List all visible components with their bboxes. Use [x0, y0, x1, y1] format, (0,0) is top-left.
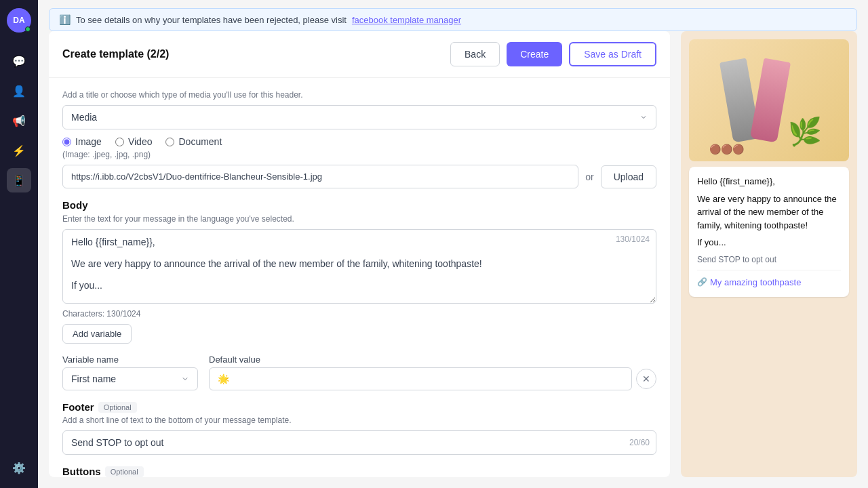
footer-optional-badge: Optional — [98, 402, 137, 413]
form-panel: Create template (2/2) Back Create Save a… — [49, 31, 670, 477]
save-draft-button[interactable]: Save as Draft — [569, 42, 656, 66]
avatar[interactable]: DA — [7, 8, 31, 33]
sidebar-item-campaigns[interactable]: 📢 — [7, 108, 31, 133]
video-radio-label[interactable]: Video — [115, 136, 153, 147]
content-wrapper: Create template (2/2) Back Create Save a… — [38, 31, 868, 488]
variable-name-select[interactable]: First name — [62, 367, 198, 390]
footer-header: Footer Optional — [62, 401, 656, 413]
leaves-decoration: 🌿 — [788, 116, 822, 148]
sidebar-item-whatsapp[interactable]: 📱 — [7, 168, 31, 192]
buttons-label: Buttons — [62, 466, 101, 477]
sidebar-item-contacts[interactable]: 👤 — [7, 79, 31, 103]
facebook-link[interactable]: facebook template manager — [352, 15, 461, 25]
buttons-section: Buttons Optional Create up to 2 buttons … — [62, 466, 656, 477]
body-textarea[interactable]: Hello {{first_name}}, We are very happy … — [62, 229, 656, 304]
preview-link-text: My amazing toothpaste — [710, 276, 801, 289]
preview-cta-link[interactable]: 🔗 My amazing toothpaste — [697, 270, 841, 289]
form-content: Add a title or choose which type of medi… — [49, 78, 670, 477]
clear-button[interactable]: ✕ — [636, 369, 656, 389]
berries-decoration: 🟤🟤🟤 — [709, 144, 744, 155]
image-format-hint: (Image: .jpeg, .jpg, .png) — [62, 150, 656, 159]
add-variable-button[interactable]: Add variable — [62, 324, 132, 344]
media-type-radio-group: Image Video Document — [62, 136, 656, 147]
default-value-col: Default value ✕ — [209, 354, 656, 390]
preview-greeting: Hello {{first_name}}, — [697, 175, 841, 188]
buttons-header: Buttons Optional — [62, 466, 656, 477]
footer-label: Footer — [62, 401, 94, 413]
sidebar-item-chat[interactable]: 💬 — [7, 49, 31, 73]
variable-name-col: Variable name First name — [62, 354, 198, 390]
footer-hint: Add a short line of text to the bottom o… — [62, 415, 656, 425]
document-radio-label[interactable]: Document — [165, 136, 222, 147]
preview-product-image: 🌿 🟤🟤🟤 — [689, 39, 849, 161]
variable-section: Variable name First name Default value ✕ — [62, 354, 656, 390]
media-type-select[interactable]: Media — [62, 105, 656, 129]
sidebar: DA 💬 👤 📢 ⚡ 📱 ⚙️ — [0, 0, 38, 488]
image-radio-label[interactable]: Image — [62, 136, 102, 147]
preview-content: 🌿 🟤🟤🟤 Hello {{first_name}}, We are very … — [681, 31, 857, 477]
url-row: or Upload — [62, 165, 656, 188]
default-value-input[interactable] — [209, 367, 632, 390]
default-value-row: ✕ — [209, 367, 656, 390]
back-button[interactable]: Back — [450, 42, 500, 66]
footer-input-wrapper: 20/60 — [62, 430, 656, 455]
body-label: Body — [62, 199, 88, 211]
preview-bubble: Hello {{first_name}}, We are very happy … — [689, 167, 849, 297]
media-select-wrapper: Media — [62, 105, 656, 129]
body-textarea-wrapper: Hello {{first_name}}, We are very happy … — [62, 229, 656, 306]
body-section: Body Enter the text for your message in … — [62, 199, 656, 344]
image-url-input[interactable] — [62, 165, 578, 188]
buttons-optional-badge: Optional — [105, 466, 144, 477]
body-hint: Enter the text for your message in the l… — [62, 214, 656, 224]
footer-section: Footer Optional Add a short line of text… — [62, 401, 656, 455]
preview-body-line1: We are very happy to announce the arriva… — [697, 192, 841, 232]
preview-panel: 🌿 🟤🟤🟤 Hello {{first_name}}, We are very … — [681, 31, 857, 477]
info-icon: ℹ️ — [59, 14, 71, 25]
document-radio[interactable] — [165, 138, 174, 146]
page-header: Create template (2/2) Back Create Save a… — [49, 31, 670, 78]
main-area: ℹ️ To see details on why your templates … — [38, 0, 868, 488]
footer-char-count: 20/60 — [629, 438, 650, 447]
image-radio[interactable] — [62, 138, 71, 146]
sidebar-item-settings[interactable]: ⚙️ — [7, 455, 31, 480]
body-char-count: 130/1024 — [616, 235, 650, 244]
notification-text: To see details on why your templates hav… — [76, 15, 347, 25]
preview-body-line2: If you... — [697, 236, 841, 249]
online-indicator — [25, 26, 31, 32]
variable-name-label: Variable name — [62, 354, 198, 365]
media-section: Add a title or choose which type of medi… — [62, 89, 656, 188]
footer-input[interactable] — [62, 430, 656, 455]
video-radio[interactable] — [115, 138, 124, 146]
characters-label: Characters: 130/1024 — [62, 309, 656, 319]
header-actions: Back Create Save as Draft — [450, 42, 656, 66]
add-variable-container: Add variable — [62, 324, 656, 344]
or-text: or — [585, 171, 593, 182]
sidebar-item-automation[interactable]: ⚡ — [7, 138, 31, 163]
page-title: Create template (2/2) — [62, 48, 169, 60]
notification-bar: ℹ️ To see details on why your templates … — [49, 8, 857, 31]
default-value-label: Default value — [209, 354, 656, 365]
tube-right — [750, 58, 791, 142]
external-link-icon: 🔗 — [697, 276, 707, 288]
preview-stop-text: Send STOP to opt out — [697, 253, 841, 266]
upload-button[interactable]: Upload — [601, 165, 656, 188]
media-hint: Add a title or choose which type of medi… — [62, 90, 656, 100]
create-button[interactable]: Create — [507, 42, 562, 66]
